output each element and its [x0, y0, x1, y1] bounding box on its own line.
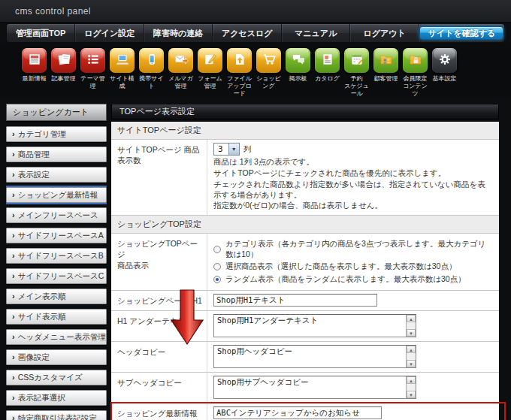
sidebar: ショッピングカート ›カテゴリ管理›商品管理›表示設定›ショッピング最新情報›メ… — [6, 104, 107, 420]
row-h1: ショッピングページ H1 — [111, 291, 499, 311]
chevron-right-icon: › — [12, 269, 15, 283]
chevron-right-icon: › — [12, 147, 15, 162]
shopping-icon[interactable] — [256, 48, 281, 73]
toolbar-label: 予約 スケジュール — [342, 75, 371, 98]
toolbar-shopping: ショッピング — [254, 48, 283, 99]
sidebar-item-7[interactable]: ›サイドフリースペースC — [6, 268, 107, 284]
sidebar-item-3[interactable]: ›ショッピング最新情報 — [6, 187, 107, 203]
display-mode-radio-group: カテゴリ表示（各カテゴリ内の商品を3点づつ表示します。最大カテゴリ数は10）選択… — [207, 234, 499, 290]
toolbar-label: 掲示板 — [283, 75, 313, 83]
article-icon[interactable] — [51, 48, 76, 73]
sidebar-item-6[interactable]: ›サイドフリースペースB — [6, 248, 107, 264]
scroll-down-icon[interactable]: ▼ — [407, 360, 416, 367]
toolbar-schedule: 予約 スケジュール — [342, 48, 371, 99]
sidebar-item-label: サイドフリースペースC — [18, 269, 104, 283]
sub-header-copy-textarea[interactable]: Shop用サブヘッダコピー ▲ ▼ — [213, 376, 416, 399]
sidebar-item-2[interactable]: ›表示設定 — [6, 167, 107, 183]
radio-button[interactable] — [213, 246, 221, 253]
toolbar-catalog: カタログ — [313, 48, 342, 99]
toolbar-label: 携帯サイト — [137, 75, 166, 90]
news-icon[interactable] — [22, 48, 47, 73]
file-upload-icon[interactable] — [227, 48, 252, 73]
settings-icon[interactable] — [432, 48, 457, 73]
sidebar-item-0[interactable]: ›カテゴリ管理 — [6, 126, 107, 142]
header-copy-textarea[interactable]: Shop用ヘッダコピー ▲ ▼ — [213, 345, 416, 368]
sidebar-item-12[interactable]: ›CSSカスタマイズ — [6, 370, 107, 385]
top-nav: 管理画面TOPログイン設定障害時の連絡アクセスログマニュアルログアウト サイトを… — [6, 23, 505, 43]
confirm-site-button[interactable]: サイトを確認する — [419, 26, 503, 40]
description: 商品は 1列 3点の表示です。サイトTOPページにチェックされた商品を優先的に表… — [213, 157, 493, 211]
sidebar-item-label: 画像設定 — [18, 350, 50, 364]
radio-button[interactable] — [213, 263, 221, 270]
schedule-icon[interactable] — [344, 48, 369, 73]
sidebar-item-11[interactable]: ›画像設定 — [6, 349, 107, 365]
chevron-right-icon: › — [12, 370, 15, 385]
description-line: サイトTOPページにチェックされた商品を優先的に表示します。 — [213, 168, 493, 179]
field-label: サイトTOPページ 商品表示数 — [111, 140, 207, 215]
nav-item-5[interactable]: ログアウト — [349, 24, 418, 42]
sidebar-item-label: サイドフリースペースB — [18, 249, 104, 263]
field-label: ヘッダコピー — [111, 342, 207, 372]
display-mode-option-0[interactable]: カテゴリ表示（各カテゴリ内の商品を3点づつ表示します。最大カテゴリ数は10） — [213, 239, 493, 260]
scrollbar[interactable]: ▲ ▼ — [406, 346, 416, 367]
theme-icon[interactable] — [80, 48, 105, 73]
display-mode-option-1[interactable]: 選択商品表示（選択した商品を表示します。最大表示数は30点） — [213, 261, 493, 272]
toolbar-label: ショッピング — [254, 75, 283, 90]
scrollbar[interactable]: ▲ ▼ — [406, 376, 416, 398]
field-label: ショッピングページ H1 — [111, 291, 207, 310]
nav-item-2[interactable]: 障害時の連絡 — [144, 24, 212, 42]
h1-under-textarea[interactable]: Shop用H1アンダーテキスト ▲ ▼ — [213, 314, 416, 337]
field-label: H1 アンダーテキスト — [111, 311, 207, 341]
catalog-icon[interactable] — [315, 48, 340, 73]
sidebar-item-4[interactable]: ›メインフリースペース — [6, 207, 107, 223]
site-structure-icon[interactable] — [110, 48, 135, 73]
sidebar-item-9[interactable]: ›サイド表示順 — [6, 309, 107, 325]
toolbar-file-upload: ファイル アップロード — [225, 48, 254, 99]
toolbar-label: サイト構成 — [107, 75, 137, 90]
nav-item-1[interactable]: ログイン設定 — [74, 24, 143, 42]
chevron-right-icon: › — [12, 391, 15, 405]
display-mode-option-2[interactable]: ランダム表示（商品をランダムに表示します。最大表示数は30点） — [213, 274, 493, 285]
row-h1-under: H1 アンダーテキスト Shop用H1アンダーテキスト ▲ ▼ — [111, 311, 499, 342]
scrollbar[interactable]: ▲ ▼ — [406, 315, 416, 337]
sidebar-item-1[interactable]: ›商品管理 — [6, 147, 107, 162]
member-icon[interactable] — [403, 48, 428, 73]
scroll-up-icon[interactable]: ▲ — [407, 376, 416, 384]
toolbar-mobile-site: 携帯サイト — [137, 48, 166, 99]
nav-item-0[interactable]: 管理画面TOP — [7, 24, 74, 42]
app-title: cms control panel — [0, 0, 511, 23]
h1-input[interactable] — [213, 294, 377, 307]
news-title-input[interactable] — [213, 406, 382, 419]
select-suffix: 列 — [243, 144, 252, 155]
toolbar-mailmag: メルマガ管理 — [166, 48, 195, 99]
row-product-display: ショッピングTOPページ 商品表示 カテゴリ表示（各カテゴリ内の商品を3点づつ表… — [111, 234, 499, 291]
scroll-up-icon[interactable]: ▲ — [407, 346, 416, 353]
chevron-right-icon: › — [12, 350, 15, 364]
toolbar-label: 顧客管理 — [371, 75, 401, 83]
nav-item-4[interactable]: マニュアル — [281, 24, 349, 42]
columns-select[interactable]: 3 ▼ — [213, 143, 240, 156]
row-sub-header-copy: サブヘッダコピー Shop用サブヘッダコピー ▲ ▼ — [111, 373, 499, 403]
scroll-down-icon[interactable]: ▼ — [407, 391, 416, 398]
sidebar-item-14[interactable]: ›特定商取引法表記設定 — [6, 410, 107, 420]
mobile-site-icon[interactable] — [139, 48, 164, 73]
customer-icon[interactable] — [373, 48, 398, 73]
radio-label: ランダム表示（商品をランダムに表示します。最大表示数は30点） — [225, 274, 466, 285]
sidebar-item-10[interactable]: ›ヘッダメニュー表示管理 — [6, 329, 107, 345]
page-title: TOPページ表示設定 — [111, 104, 499, 119]
sidebar-item-8[interactable]: ›メイン表示順 — [6, 289, 107, 304]
form-icon[interactable] — [198, 48, 222, 73]
nav-item-3[interactable]: アクセスログ — [212, 24, 280, 42]
scroll-down-icon[interactable]: ▼ — [407, 329, 416, 337]
chevron-right-icon: › — [12, 188, 15, 202]
mailmag-icon[interactable] — [168, 48, 193, 73]
radio-button-checked[interactable] — [213, 276, 221, 283]
description-line: 指定数が0(ゼロ)の場合、商品は表示しません。 — [213, 201, 493, 211]
sidebar-item-13[interactable]: ›表示記事選択 — [6, 390, 107, 406]
section-shopping-top: ショッピングTOP設定 — [111, 216, 499, 234]
bbs-icon[interactable] — [286, 48, 310, 73]
sidebar-item-5[interactable]: ›サイドフリースペースA — [6, 228, 107, 243]
sidebar-item-label: カテゴリ管理 — [18, 127, 66, 141]
scroll-up-icon[interactable]: ▲ — [407, 315, 416, 322]
toolbar-label: フォーム管理 — [195, 75, 225, 90]
